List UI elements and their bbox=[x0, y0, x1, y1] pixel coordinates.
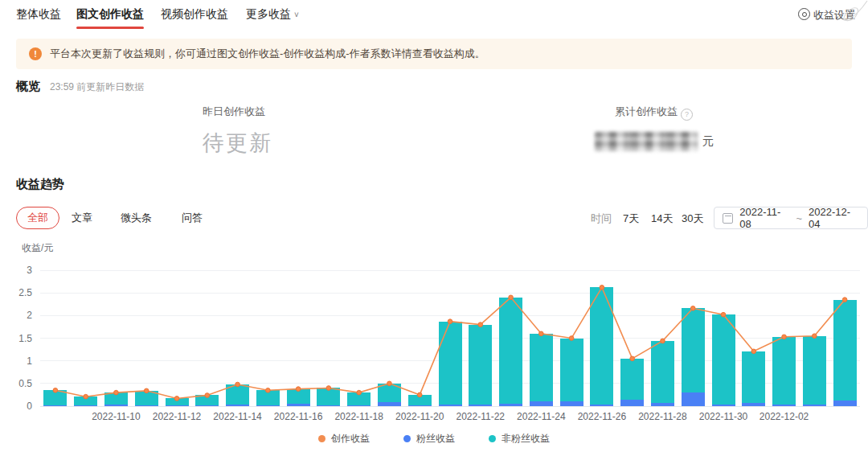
nonfan-segment bbox=[469, 325, 492, 405]
nonfan-segment bbox=[499, 298, 522, 404]
bar-2022-11-21[interactable] bbox=[439, 322, 462, 406]
x-axis-tick: 2022-12-02 bbox=[760, 411, 809, 422]
bar-2022-11-14[interactable] bbox=[226, 384, 249, 406]
bar-2022-11-25[interactable] bbox=[560, 339, 583, 407]
fan-segment bbox=[347, 405, 371, 406]
bar-2022-11-19[interactable] bbox=[378, 384, 401, 406]
x-axis-tick: 2022-11-24 bbox=[517, 411, 566, 422]
line-point[interactable] bbox=[266, 388, 271, 392]
line-point[interactable] bbox=[357, 390, 362, 395]
fan-segment bbox=[620, 400, 644, 406]
y-axis-tick: 0 bbox=[6, 401, 32, 412]
x-axis-tick: 2022-11-28 bbox=[638, 411, 687, 422]
line-point[interactable] bbox=[813, 334, 817, 339]
fan-segment bbox=[104, 405, 128, 406]
fan-segment bbox=[530, 401, 553, 406]
bar-2022-12-04[interactable] bbox=[833, 300, 857, 406]
fan-segment bbox=[742, 403, 765, 406]
y-axis-tick: 3 bbox=[6, 265, 32, 276]
line-point[interactable] bbox=[661, 339, 665, 343]
fan-segment bbox=[712, 405, 735, 406]
nonfan-segment bbox=[803, 336, 826, 405]
bar-2022-11-24[interactable] bbox=[530, 334, 553, 406]
bar-2022-12-03[interactable] bbox=[803, 336, 826, 406]
line-point[interactable] bbox=[53, 388, 58, 392]
fan-segment bbox=[772, 405, 796, 406]
fan-segment bbox=[682, 392, 705, 406]
nonfan-segment bbox=[620, 359, 644, 400]
line-point[interactable] bbox=[387, 381, 392, 386]
bar-2022-11-26[interactable] bbox=[590, 287, 613, 406]
gridline bbox=[40, 315, 860, 316]
fan-segment bbox=[226, 405, 249, 406]
legend-label: 粉丝收益 bbox=[416, 432, 455, 446]
x-axis-tick: 2022-11-20 bbox=[395, 411, 444, 422]
bar-2022-11-30[interactable] bbox=[712, 314, 735, 406]
line-point[interactable] bbox=[84, 394, 88, 399]
x-axis-tick: 2022-11-10 bbox=[92, 411, 141, 422]
fan-segment bbox=[166, 405, 189, 406]
gridline bbox=[40, 293, 860, 294]
bar-2022-11-28[interactable] bbox=[651, 341, 674, 406]
earnings-trend-chart: 00.511.522.532022-11-102022-11-122022-11… bbox=[0, 0, 868, 456]
creation-income-line bbox=[0, 0, 868, 456]
fan-segment bbox=[833, 401, 857, 406]
line-point[interactable] bbox=[478, 322, 483, 327]
bar-2022-11-27[interactable] bbox=[620, 359, 644, 406]
fan-segment bbox=[590, 405, 613, 406]
bar-2022-11-23[interactable] bbox=[499, 298, 522, 406]
legend-dot-orange bbox=[318, 435, 326, 442]
line-point[interactable] bbox=[539, 331, 544, 336]
legend-item-nonfan-income[interactable]: 非粉丝收益 bbox=[489, 432, 550, 446]
line-point[interactable] bbox=[296, 387, 301, 392]
line-point[interactable] bbox=[751, 349, 756, 354]
legend-item-fan-income[interactable]: 粉丝收益 bbox=[403, 432, 455, 446]
gridline bbox=[40, 270, 860, 271]
fan-segment bbox=[195, 405, 219, 406]
fan-segment bbox=[439, 405, 462, 406]
nonfan-segment bbox=[651, 341, 674, 403]
bar-2022-12-01[interactable] bbox=[742, 351, 765, 406]
y-axis-tick: 1.5 bbox=[6, 333, 32, 344]
line-point[interactable] bbox=[205, 393, 210, 398]
line-point[interactable] bbox=[509, 295, 514, 300]
line-point[interactable] bbox=[144, 388, 149, 393]
line-point[interactable] bbox=[448, 319, 452, 324]
bar-2022-11-29[interactable] bbox=[682, 308, 705, 406]
legend-label: 非粉丝收益 bbox=[502, 432, 550, 446]
fan-segment bbox=[317, 405, 340, 406]
line-point[interactable] bbox=[326, 386, 331, 391]
line-point[interactable] bbox=[569, 336, 574, 341]
fan-segment bbox=[408, 405, 432, 406]
nonfan-segment bbox=[439, 322, 462, 405]
chart-legend: 创作收益 粉丝收益 非粉丝收益 bbox=[0, 432, 868, 446]
bar-2022-12-02[interactable] bbox=[772, 337, 796, 406]
line-point[interactable] bbox=[842, 298, 847, 302]
x-axis-tick: 2022-11-22 bbox=[457, 411, 506, 422]
line-point[interactable] bbox=[600, 286, 604, 290]
line-point[interactable] bbox=[417, 392, 422, 397]
legend-dot-blue bbox=[403, 435, 411, 442]
line-point[interactable] bbox=[630, 356, 635, 361]
x-axis-tick: 2022-11-18 bbox=[334, 411, 383, 422]
legend-item-creation-income[interactable]: 创作收益 bbox=[318, 432, 370, 446]
fan-segment bbox=[287, 404, 310, 406]
bar-2022-11-22[interactable] bbox=[469, 325, 492, 406]
x-axis-tick: 2022-11-26 bbox=[578, 411, 627, 422]
x-axis-tick: 2022-11-30 bbox=[699, 411, 748, 422]
fan-segment bbox=[560, 401, 583, 406]
line-point[interactable] bbox=[114, 390, 119, 395]
line-point[interactable] bbox=[690, 306, 695, 311]
nonfan-segment bbox=[590, 287, 613, 404]
fan-segment bbox=[378, 402, 401, 406]
x-axis-tick: 2022-11-16 bbox=[274, 411, 323, 422]
bar-2022-11-17[interactable] bbox=[317, 388, 340, 406]
line-point[interactable] bbox=[782, 335, 787, 339]
line-point[interactable] bbox=[174, 396, 179, 401]
legend-dot-teal bbox=[489, 435, 496, 442]
x-axis-tick: 2022-11-12 bbox=[153, 411, 202, 422]
nonfan-segment bbox=[712, 314, 735, 405]
line-point[interactable] bbox=[721, 312, 726, 317]
y-axis-tick: 2 bbox=[6, 310, 32, 321]
line-point[interactable] bbox=[235, 382, 240, 387]
